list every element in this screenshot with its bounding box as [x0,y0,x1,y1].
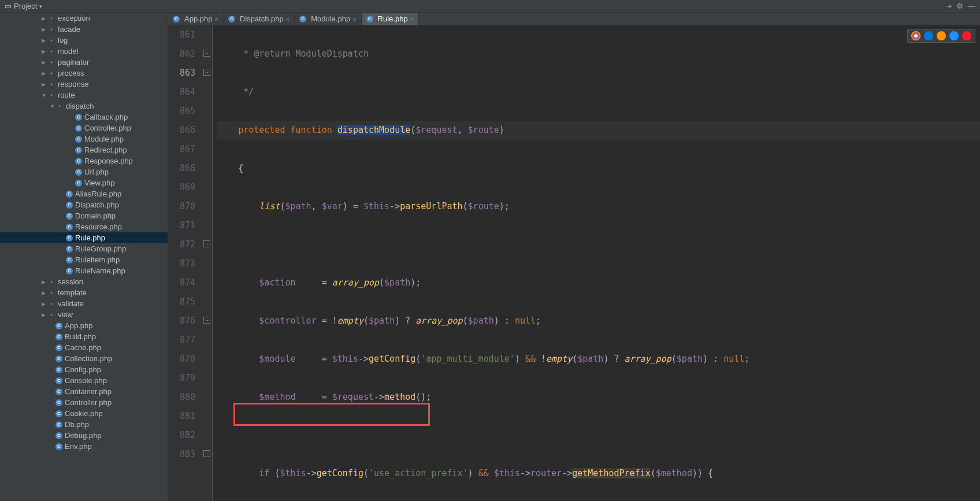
close-icon[interactable]: × [214,16,218,23]
tree-file[interactable]: CAliasRule.php [0,188,168,199]
line-number: 870 [180,197,195,216]
tree-file[interactable]: CDispatch.php [0,199,168,210]
tree-item-label: exception [58,14,90,23]
tree-folder[interactable]: ▶▪facade [0,24,168,35]
line-number: 861 [180,25,195,44]
tree-file[interactable]: CModule.php [0,133,168,144]
firefox-icon[interactable] [937,31,946,40]
project-tree[interactable]: ▶▪exception▶▪facade▶▪log▶▪model▶▪paginat… [0,13,168,501]
fold-gutter[interactable]: − − − − − [202,25,213,501]
tree-file[interactable]: CResource.php [0,221,168,232]
php-file-icon: C [55,410,62,417]
collapse-icon[interactable]: ⇥ [945,2,952,10]
chevron-down-icon: ▾ [39,3,42,9]
function-name: dispatchModule [337,125,410,135]
tree-file[interactable]: CController.php [0,123,168,133]
tree-item-label: Response.php [84,157,133,165]
tree-file[interactable]: CCollection.php [0,353,168,364]
close-icon[interactable]: × [352,16,356,23]
annotation-highlight-box [233,403,430,426]
tree-file[interactable]: CUrl.php [0,166,168,177]
php-file-icon: C [55,344,62,351]
tree-folder[interactable]: ▶▪session [0,276,168,287]
editor-tab[interactable]: CModule.php× [295,13,361,25]
tree-file[interactable]: CRuleItem.php [0,254,168,265]
line-number: 878 [180,350,195,369]
project-dropdown[interactable]: ▭ Project ▾ [0,2,47,10]
fold-marker[interactable]: − [203,450,210,457]
code-editor[interactable]: 8618628638648658668678688698708718728738… [168,25,980,501]
code-content[interactable]: * @return ModuleDispatch */ protected fu… [213,25,980,501]
code-keyword: function [291,125,332,135]
close-icon[interactable]: × [286,16,289,23]
close-icon[interactable]: × [410,16,414,23]
tree-arrow-icon: ▶ [42,38,47,43]
tree-file[interactable]: CDebug.php [0,430,168,441]
fold-marker[interactable]: − [203,69,210,76]
browser-preview-icons[interactable] [907,29,975,43]
editor-tab[interactable]: CRule.php× [362,13,419,25]
safari-icon[interactable] [949,31,959,40]
php-file-icon: C [55,355,62,362]
tree-file[interactable]: CApp.php [0,320,168,331]
tab-label: Dispatch.php [240,14,284,23]
tree-file[interactable]: CCookie.php [0,408,168,419]
php-file-icon: C [55,333,62,340]
tree-item-label: Collection.php [65,354,112,363]
tree-file[interactable]: CConfig.php [0,364,168,375]
tree-folder[interactable]: ▶▪model [0,46,168,57]
tree-file[interactable]: CRuleName.php [0,265,168,276]
tree-arrow-icon: ▼ [42,92,47,98]
tree-folder[interactable]: ▶▪paginator [0,57,168,68]
tree-file[interactable]: CCache.php [0,342,168,353]
tree-file[interactable]: CBuild.php [0,331,168,342]
tree-folder[interactable]: ▶▪view [0,309,168,320]
tree-file[interactable]: CCallback.php [0,112,168,123]
tree-folder[interactable]: ▼▪route [0,90,168,101]
tree-folder[interactable]: ▶▪process [0,68,168,79]
php-file-icon: C [66,224,73,231]
line-number: 868 [180,159,195,178]
tree-file[interactable]: CDomain.php [0,210,168,221]
tree-folder[interactable]: ▶▪log [0,35,168,46]
php-file-icon: C [75,147,82,154]
tree-item-label: View.php [84,179,115,187]
tree-file[interactable]: CRule.php [0,232,168,243]
tree-file[interactable]: CDb.php [0,419,168,430]
tree-folder[interactable]: ▶▪exception [0,13,168,24]
chrome-icon[interactable] [911,31,920,40]
tree-file[interactable]: CContainer.php [0,386,168,397]
tree-folder[interactable]: ▶▪validate [0,298,168,309]
gear-icon[interactable]: ⚙ [956,2,963,10]
line-number: 872 [180,235,195,254]
tree-item-label: Redirect.php [84,146,127,154]
edge-icon[interactable] [924,31,933,40]
fold-marker[interactable]: − [203,317,210,324]
opera-icon[interactable] [962,31,971,40]
php-file-icon: C [55,366,62,373]
minimize-icon[interactable]: — [968,2,975,10]
editor-tab[interactable]: CApp.php× [168,13,224,25]
tree-file[interactable]: CController.php [0,397,168,408]
tree-item-label: template [58,288,87,297]
tree-folder[interactable]: ▶▪template [0,287,168,298]
folder-icon: ▪ [47,80,55,88]
tree-file[interactable]: CResponse.php [0,155,168,166]
tree-file[interactable]: CEnv.php [0,441,168,452]
tree-file[interactable]: CRuleGroup.php [0,243,168,254]
tree-item-label: session [58,277,83,286]
tree-item-label: Config.php [65,365,101,374]
line-number: 882 [180,426,195,445]
tree-file[interactable]: CConsole.php [0,375,168,386]
tree-file[interactable]: CRedirect.php [0,144,168,155]
editor-tab[interactable]: CDispatch.php× [224,13,295,25]
tree-arrow-icon: ▶ [42,27,47,32]
fold-marker[interactable]: − [203,240,210,247]
line-number: 876 [180,311,195,331]
line-number: 881 [180,407,195,426]
tree-item-label: Resource.php [75,222,122,231]
tree-folder[interactable]: ▶▪response [0,79,168,90]
tree-folder[interactable]: ▼▪dispatch [0,101,168,112]
fold-marker[interactable]: − [203,50,210,57]
tree-file[interactable]: CView.php [0,177,168,188]
